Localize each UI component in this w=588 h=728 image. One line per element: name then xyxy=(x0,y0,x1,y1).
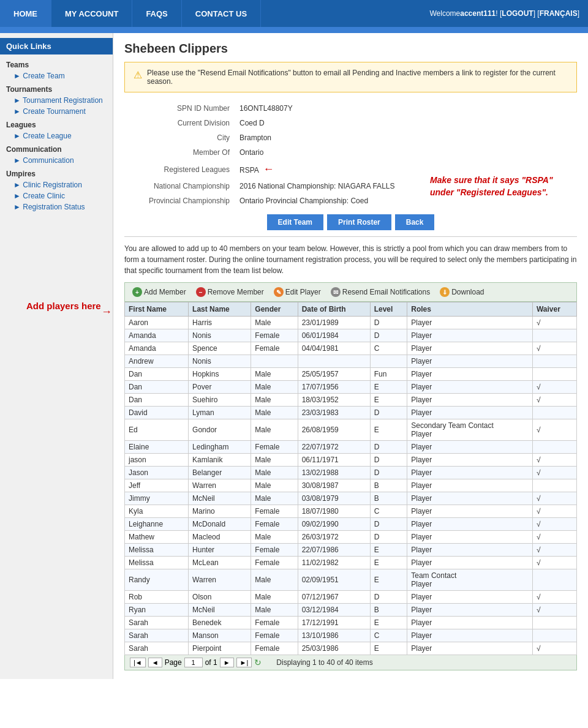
info-row-spn: SPN ID Number 16ONTL48807Y xyxy=(124,101,577,116)
francais-link[interactable]: FRANÇAIS xyxy=(540,9,578,18)
table-row: AndrewNonisPlayer xyxy=(125,355,577,368)
separator1: ! [ xyxy=(496,9,502,18)
table-row: MathewMacleodMale26/03/1972DPlayer√ xyxy=(125,531,577,544)
table-row: JimmyMcNeilMale03/08/1979BPlayer√ xyxy=(125,492,577,505)
refresh-icon[interactable]: ↻ xyxy=(254,658,262,667)
nav-user-area: Welcome accent111 ! [ LOGOUT ] [ FRANÇAI… xyxy=(421,0,588,27)
col-waiver: Waiver xyxy=(532,302,576,317)
table-row: LeighanneMcDonaldFemale09/02/1990DPlayer… xyxy=(125,518,577,531)
toolbar: + Add Member − Remove Member ✎ Edit Play… xyxy=(124,282,577,302)
col-firstname: First Name xyxy=(125,302,189,317)
back-button[interactable]: Back xyxy=(395,214,435,230)
table-row: SarahBenedekFemale17/12/1991EPlayer xyxy=(125,617,577,629)
nav-contact-us[interactable]: CONTACT US xyxy=(182,0,261,27)
provincial-label: Provincial Championship xyxy=(124,193,235,208)
first-page-btn[interactable]: |◄ xyxy=(130,658,146,667)
rspa-callout: Make sure that it says "RSPA" under "Reg… xyxy=(430,174,571,198)
nav-home[interactable]: HOME xyxy=(0,0,51,27)
table-row: RandyWarrenMale02/09/1951ETeam Contact P… xyxy=(125,569,577,591)
sidebar-section-communication: Communication xyxy=(0,141,113,155)
table-section: Add players here → + Add Member − Remove… xyxy=(124,282,577,670)
sidebar-section-leagues: Leagues xyxy=(0,117,113,130)
remove-icon: − xyxy=(196,287,206,297)
member-label: Member Of xyxy=(124,145,235,160)
warning-box: ⚠ Please use the "Resend Email Notificat… xyxy=(124,62,577,92)
table-row: AmandaNonisFemale06/01/1984DPlayer xyxy=(125,329,577,342)
edit-player-button[interactable]: ✎ Edit Player xyxy=(271,286,323,298)
spn-value: 16ONTL48807Y xyxy=(235,101,577,116)
edit-team-button[interactable]: Edit Team xyxy=(267,214,323,230)
download-icon: ⇓ xyxy=(440,287,450,297)
nav-my-account[interactable]: MY ACCOUNT xyxy=(51,0,132,27)
table-row: DanPoverMale17/07/1956EPlayer√ xyxy=(125,381,577,394)
col-lastname: Last Name xyxy=(189,302,251,317)
logout-link[interactable]: LOGOUT xyxy=(502,9,533,18)
add-icon: + xyxy=(132,287,142,297)
table-row: AmandaSpenceFemale04/04/1981CPlayer√ xyxy=(125,342,577,355)
description-text: You are allowed to add up to 40 members … xyxy=(124,243,577,276)
page-input[interactable] xyxy=(184,658,203,667)
sidebar-link-communication[interactable]: ► Communication xyxy=(0,155,113,166)
sidebar-link-create-team[interactable]: ► Create Team xyxy=(0,70,113,81)
next-page-btn[interactable]: ► xyxy=(220,658,234,667)
sidebar-link-create-league[interactable]: ► Create League xyxy=(0,130,113,141)
table-row: EdGondorMale26/08/1959ESecondary Team Co… xyxy=(125,419,577,441)
table-row: RyanMcNeilMale03/12/1984BPlayer√ xyxy=(125,604,577,617)
separator xyxy=(124,236,577,237)
sidebar-section-tournaments: Tournaments xyxy=(0,81,113,95)
players-table: First Name Last Name Gender Date of Birt… xyxy=(124,302,577,655)
table-row: jasonKamlanikMale06/11/1971DPlayer√ xyxy=(125,454,577,467)
sidebar-link-clinic-registration[interactable]: ► Clinic Registration xyxy=(0,179,113,190)
info-row-city: City Brampton xyxy=(124,130,577,145)
download-button[interactable]: ⇓ Download xyxy=(437,286,486,298)
spn-label: SPN ID Number xyxy=(124,101,235,116)
of-label: of 1 xyxy=(205,658,217,667)
col-gender: Gender xyxy=(251,302,298,317)
table-row: SarahPierpointFemale25/03/1986EPlayer√ xyxy=(125,642,577,655)
print-roster-button[interactable]: Print Roster xyxy=(327,214,391,230)
info-row-division: Current Division Coed D xyxy=(124,116,577,130)
sidebar-title: Quick Links xyxy=(0,38,113,54)
pagination-info: Displaying 1 to 40 of 40 items xyxy=(276,658,372,667)
division-label: Current Division xyxy=(124,116,235,130)
content-area: Shebeen Clippers ⚠ Please use the "Resen… xyxy=(113,33,588,679)
separator3: ] xyxy=(578,9,579,18)
city-label: City xyxy=(124,130,235,145)
page-title: Shebeen Clippers xyxy=(124,42,577,56)
sidebar-section-teams: Teams xyxy=(0,57,113,70)
warning-icon: ⚠ xyxy=(134,69,142,81)
remove-member-button[interactable]: − Remove Member xyxy=(194,286,266,298)
division-value: Coed D xyxy=(235,116,577,130)
info-section: SPN ID Number 16ONTL48807Y Current Divis… xyxy=(124,101,577,208)
username: accent111 xyxy=(460,9,496,18)
table-row: SarahMansonFemale13/10/1986CPlayer xyxy=(125,629,577,642)
table-row: DavidLymanMale23/03/1983DPlayer xyxy=(125,407,577,419)
col-roles: Roles xyxy=(407,302,533,317)
warning-text: Please use the "Resend Email Notificatio… xyxy=(147,69,568,86)
welcome-text: Welcome xyxy=(429,9,460,18)
add-member-button[interactable]: + Add Member xyxy=(130,286,189,298)
add-players-label: Add players here xyxy=(26,301,101,311)
sub-nav-bar xyxy=(0,27,588,33)
table-row: ElaineLedinghamFemale22/07/1972DPlayer xyxy=(125,441,577,454)
table-row: JasonBelangerMale13/02/1988DPlayer√ xyxy=(125,467,577,479)
prev-page-btn[interactable]: ◄ xyxy=(148,658,162,667)
sidebar-link-tournament-registration[interactable]: ► Tournament Registration xyxy=(0,95,113,106)
info-row-member: Member Of Ontario xyxy=(124,145,577,160)
col-level: Level xyxy=(370,302,407,317)
national-label: National Championship xyxy=(124,179,235,193)
table-row: MelissaHunterFemale22/07/1986EPlayer√ xyxy=(125,544,577,557)
main-layout: Quick Links Teams ► Create Team Tourname… xyxy=(0,33,588,679)
sidebar-link-create-tournament[interactable]: ► Create Tournament xyxy=(0,106,113,117)
table-row: RobOlsonMale07/12/1967DPlayer√ xyxy=(125,591,577,604)
resend-email-button[interactable]: ✉ Resend Email Notifications xyxy=(328,286,432,298)
sidebar-section-umpires: Umpires xyxy=(0,166,113,179)
col-dob: Date of Birth xyxy=(298,302,370,317)
sidebar-link-create-clinic[interactable]: ► Create Clinic xyxy=(0,190,113,201)
nav-faqs[interactable]: FAQS xyxy=(132,0,181,27)
edit-icon: ✎ xyxy=(274,287,284,297)
last-page-btn[interactable]: ►| xyxy=(236,658,252,667)
rspa-arrow: ← xyxy=(263,163,274,175)
sidebar-link-registration-status[interactable]: ► Registration Status xyxy=(0,201,113,212)
page-label: Page xyxy=(165,658,182,667)
